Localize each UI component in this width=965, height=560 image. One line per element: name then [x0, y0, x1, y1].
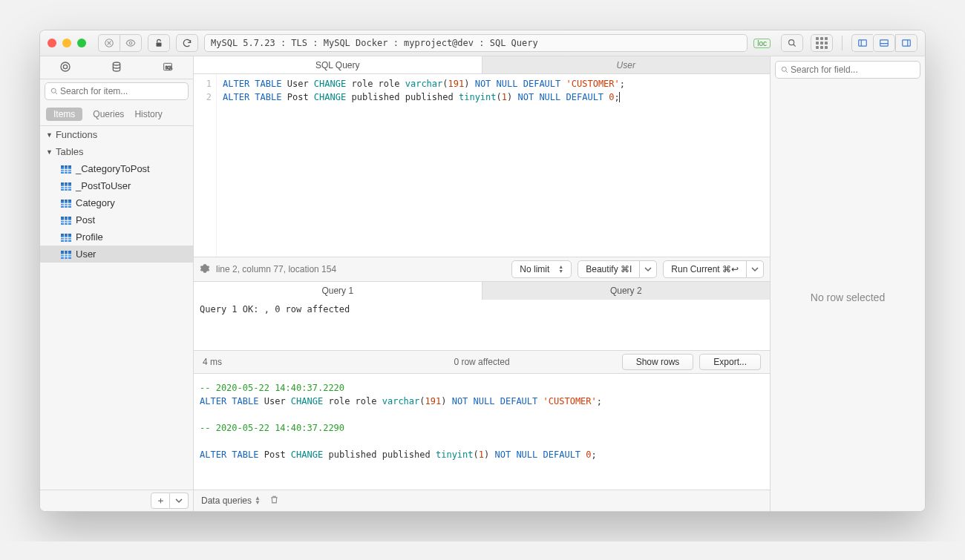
svg-point-14 — [61, 62, 70, 71]
table-name: Category — [76, 197, 115, 208]
sidebar-search[interactable] — [45, 82, 189, 100]
table-_CategoryToPost[interactable]: _CategoryToPost — [40, 160, 193, 177]
search-icon — [780, 65, 789, 74]
search-icon — [50, 87, 59, 96]
svg-line-19 — [56, 93, 58, 95]
database-icon[interactable] — [111, 61, 122, 75]
result-status-bar: 4 ms 0 row affected Show rows Export... — [194, 350, 770, 374]
lock-button[interactable] — [148, 34, 170, 52]
table-icon — [61, 199, 71, 207]
search-toolbar-button[interactable] — [781, 34, 803, 52]
svg-point-13 — [64, 65, 68, 68]
run-button[interactable]: Run Current ⌘↩︎ — [663, 260, 747, 278]
table-icon — [61, 250, 71, 258]
svg-rect-33 — [61, 200, 71, 202]
sidebar-tab-queries[interactable]: Queries — [93, 109, 124, 119]
main-panel: SQL QueryUser 12 ALTER TABLE User CHANGE… — [194, 56, 771, 511]
result-time: 4 ms — [203, 357, 222, 367]
reload-button[interactable] — [176, 34, 198, 52]
sidebar-tree: ▼Functions ▼Tables _CategoryToPost_PostT… — [40, 126, 193, 490]
inspector-search[interactable] — [775, 61, 920, 79]
panel-right-button[interactable] — [895, 34, 917, 52]
result-body: Query 1 OK: , 0 row affected — [194, 300, 770, 350]
panel-bottom-button[interactable] — [873, 34, 895, 52]
svg-line-57 — [786, 71, 788, 73]
zoom-window-button[interactable] — [77, 39, 86, 47]
beautify-button[interactable]: Beautify ⌘I — [578, 260, 640, 278]
svg-line-6 — [794, 45, 796, 47]
table-name: Post — [76, 214, 95, 225]
history-filter[interactable]: Data queries▲▼ — [201, 495, 261, 506]
svg-point-15 — [113, 62, 120, 65]
sidebar-search-input[interactable] — [59, 85, 183, 97]
add-menu-button[interactable] — [170, 493, 189, 509]
inspector-search-input[interactable] — [789, 64, 915, 76]
table-User[interactable]: User — [40, 246, 193, 263]
svg-point-18 — [51, 88, 56, 93]
svg-rect-51 — [61, 251, 71, 253]
editor-tab[interactable]: SQL Query — [194, 56, 482, 74]
editor-tab[interactable]: User — [482, 56, 771, 74]
inspector-empty-state: No row selected — [771, 83, 925, 511]
svg-rect-39 — [61, 217, 71, 219]
svg-rect-4 — [157, 42, 162, 46]
svg-text:SQL: SQL — [165, 65, 172, 69]
svg-rect-45 — [61, 234, 71, 236]
sql-editor[interactable]: 12 ALTER TABLE User CHANGE role role var… — [194, 74, 770, 257]
table-_PostToUser[interactable]: _PostToUser — [40, 177, 193, 194]
titlebar: MySQL 5.7.23 : TLS : MySQL Docker : mypr… — [40, 30, 925, 56]
history-panel[interactable]: -- 2020-05-22 14:40:37.2220 ALTER TABLE … — [194, 374, 770, 490]
app-window: MySQL 5.7.23 : TLS : MySQL Docker : mypr… — [39, 30, 926, 512]
editor-status-bar: line 2, column 77, location 154 No limit… — [194, 257, 770, 281]
tree-tables-label: Tables — [56, 146, 84, 157]
table-Category[interactable]: Category — [40, 194, 193, 211]
title-field[interactable]: MySQL 5.7.23 : TLS : MySQL Docker : mypr… — [204, 34, 748, 52]
table-icon — [61, 182, 71, 190]
inspector-panel: No row selected — [771, 56, 925, 511]
sql-icon[interactable]: SQL — [162, 61, 174, 75]
panel-left-button[interactable] — [851, 34, 873, 52]
svg-rect-11 — [903, 40, 911, 46]
table-icon — [61, 233, 71, 241]
trash-icon[interactable] — [269, 495, 279, 507]
svg-point-56 — [782, 67, 786, 71]
history-footer: Data queries▲▼ — [194, 490, 770, 511]
sidebar: SQL Items Queries History ▼Functions ▼Ta… — [40, 56, 194, 511]
stop-button[interactable] — [98, 34, 120, 52]
result-rows: 0 row affected — [454, 357, 509, 367]
result-tab[interactable]: Query 2 — [482, 282, 771, 300]
beautify-menu[interactable] — [640, 260, 657, 278]
table-name: Profile — [76, 231, 103, 243]
table-Post[interactable]: Post — [40, 211, 193, 228]
svg-point-5 — [789, 40, 794, 45]
export-button[interactable]: Export... — [699, 354, 761, 370]
table-name: _PostToUser — [76, 180, 131, 191]
gear-icon[interactable] — [200, 263, 210, 276]
table-icon — [61, 165, 71, 173]
add-button[interactable]: ＋ — [151, 493, 170, 509]
result-tab[interactable]: Query 1 — [194, 282, 482, 300]
close-window-button[interactable] — [48, 39, 56, 47]
show-rows-button[interactable]: Show rows — [622, 354, 694, 370]
loc-badge: loc — [753, 39, 771, 48]
connection-icon[interactable] — [59, 61, 71, 75]
svg-rect-21 — [61, 165, 71, 168]
result-tabs: Query 1Query 2 — [194, 281, 770, 300]
sidebar-tab-history[interactable]: History — [134, 109, 162, 119]
table-name: _CategoryToPost — [76, 163, 150, 174]
window-controls — [48, 39, 86, 47]
minimize-window-button[interactable] — [62, 39, 71, 47]
tree-functions-label: Functions — [56, 129, 97, 140]
grid-toolbar-button[interactable] — [811, 34, 833, 52]
svg-rect-27 — [61, 182, 71, 185]
sidebar-tab-items[interactable]: Items — [46, 108, 82, 121]
editor-tabs: SQL QueryUser — [194, 56, 770, 74]
table-name: User — [76, 248, 96, 260]
limit-selector[interactable]: No limit▲▼ — [511, 260, 572, 278]
table-Profile[interactable]: Profile — [40, 228, 193, 246]
tree-tables[interactable]: ▼Tables — [40, 143, 193, 160]
run-menu[interactable] — [747, 260, 764, 278]
table-icon — [61, 216, 71, 224]
preview-button[interactable] — [120, 34, 142, 52]
tree-functions[interactable]: ▼Functions — [40, 126, 193, 143]
